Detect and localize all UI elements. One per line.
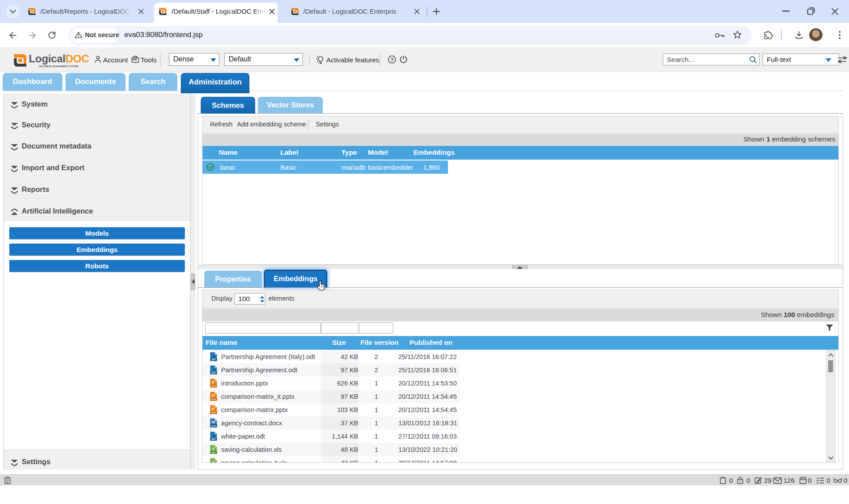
svg-text:PPTX: PPTX	[211, 398, 216, 401]
svg-text:P: P	[212, 393, 215, 398]
svg-text:ODT: ODT	[211, 372, 216, 374]
svg-text:ODT: ODT	[211, 359, 216, 361]
svg-text:X: X	[212, 460, 215, 463]
svg-text:ODT: ODT	[211, 438, 216, 440]
svg-text:PPTX: PPTX	[211, 385, 216, 387]
svg-text:PPTX: PPTX	[211, 412, 216, 414]
svg-text:W: W	[211, 420, 215, 425]
svg-text:XLS: XLS	[212, 451, 216, 454]
svg-text:?: ?	[390, 57, 394, 62]
svg-text:P: P	[212, 380, 215, 385]
svg-text:X: X	[212, 447, 215, 451]
svg-text:P: P	[212, 407, 215, 411]
svg-text:DOCX: DOCX	[211, 425, 216, 427]
